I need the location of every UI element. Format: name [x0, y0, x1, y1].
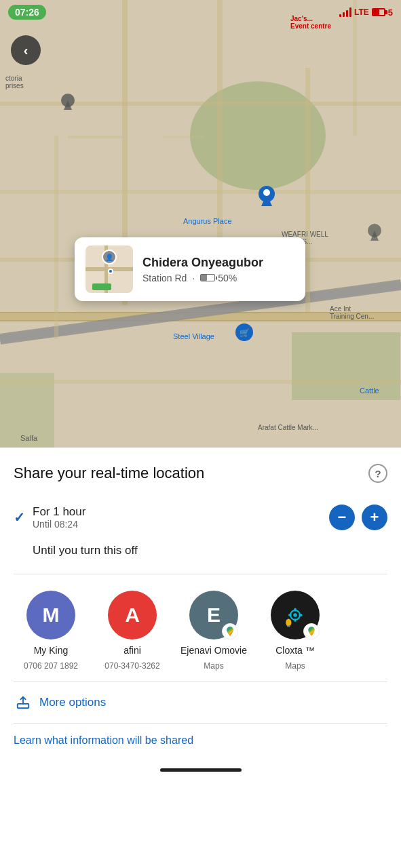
checkmark-icon: ✓ [14, 510, 25, 525]
contacts-row: M My King 0706 207 1892 A afini 070-3470… [14, 585, 387, 682]
map-label-steel: Steel Village [173, 332, 214, 340]
bottom-panel: Share your real-time location ? ✓ For 1 … [0, 448, 401, 868]
contact-avatar-my-king: M [26, 591, 75, 639]
contact-name-my-king: My King [34, 645, 69, 656]
svg-rect-12 [54, 136, 58, 339]
home-indicator [14, 757, 387, 777]
map-label-angurus: Angurus Place [183, 217, 232, 225]
contact-avatar-afini: A [108, 591, 157, 639]
map-area: 🛒 Angurus Place WEAFRI WELLRVICES... Ste… [0, 0, 401, 448]
svg-rect-17 [0, 380, 401, 384]
duration-sublabel-hour: Until 08:24 [33, 519, 329, 530]
contact-initial-my-king: M [43, 604, 60, 627]
card-battery-percent: 50% [218, 273, 237, 283]
svg-rect-2 [292, 332, 400, 400]
map-label-cattle: Cattle [360, 387, 379, 395]
card-separator: · [192, 273, 195, 283]
contact-subtitle-cloxta: Maps [285, 661, 305, 671]
contact-avatar-cloxta [271, 591, 320, 639]
back-button[interactable]: ‹ [11, 35, 41, 65]
svg-rect-40 [18, 704, 29, 708]
maps-badge-ejenavi [222, 623, 238, 639]
svg-point-38 [286, 619, 291, 627]
share-icon [14, 693, 33, 712]
battery-small-icon [200, 274, 215, 281]
back-arrow-icon: ‹ [24, 43, 28, 57]
status-right: LTE 5 [339, 7, 393, 18]
svg-rect-10 [217, 0, 223, 237]
divider-contacts [14, 574, 387, 574]
contact-subtitle-ejenavi: Maps [204, 661, 223, 671]
duration-controls: − + [329, 505, 387, 530]
svg-point-31 [293, 613, 297, 617]
svg-point-24 [263, 189, 270, 196]
battery-icon [372, 8, 385, 16]
battery-percent: 5 [388, 7, 393, 18]
duration-option-indefinite[interactable]: Until you turn this off [14, 538, 387, 563]
home-bar [160, 768, 242, 772]
status-bar: 07:26 LTE 5 [0, 0, 401, 24]
card-battery: 50% [200, 273, 237, 283]
card-details: Station Rd · 50% [142, 273, 294, 283]
map-label-arafat: Arafat Cattle Mark... [258, 424, 318, 431]
panel-title: Share your real-time location [14, 465, 204, 482]
map-label-victoria: ctoriaprises [5, 75, 24, 90]
contact-phone-my-king: 0706 207 1892 [24, 661, 78, 671]
card-avatar: 👤 [102, 250, 117, 264]
contact-my-king[interactable]: M My King 0706 207 1892 [14, 591, 88, 671]
svg-rect-18 [68, 136, 122, 138]
card-map-thumbnail: 👤 [85, 245, 133, 293]
contact-phone-afini: 070-3470-3262 [104, 661, 159, 671]
increment-button[interactable]: + [362, 505, 387, 530]
more-options-button[interactable]: More options [14, 682, 387, 723]
lte-badge: LTE [354, 7, 369, 17]
maps-badge-cloxta [303, 623, 320, 639]
map-label-salfa: Salfa [20, 434, 37, 442]
card-location-dot [108, 269, 113, 274]
panel-header: Share your real-time location ? [14, 464, 387, 483]
contact-avatar-ejenavi: E [189, 591, 238, 639]
contact-name-ejenavi: Ejenavi Omovie [180, 645, 247, 656]
duration-option-hour[interactable]: ✓ For 1 hour Until 08:24 − + [14, 499, 387, 536]
svg-rect-32 [288, 614, 291, 616]
status-time: 07:26 [8, 5, 46, 20]
svg-rect-19 [163, 136, 204, 138]
duration-label-hour: For 1 hour [33, 505, 329, 519]
duration-label-indefinite: Until you turn this off [33, 544, 138, 557]
more-options-label: More options [39, 696, 106, 709]
location-card[interactable]: 👤 Chidera Onyeagubor Station Rd · 50% [75, 237, 305, 301]
contact-name-afini: afini [123, 645, 141, 656]
svg-rect-15 [0, 190, 401, 194]
duration-check-hour: ✓ [14, 509, 33, 526]
contact-afini[interactable]: A afini 070-3470-3262 [95, 591, 170, 671]
learn-link[interactable]: Learn what information will be shared [14, 734, 193, 746]
contact-ejenavi[interactable]: E [176, 591, 251, 671]
duration-text-hour: For 1 hour Until 08:24 [33, 505, 329, 530]
contact-initial-afini: A [125, 604, 140, 627]
svg-rect-6 [0, 320, 401, 321]
card-info: Chidera Onyeagubor Station Rd · 50% [142, 256, 294, 283]
svg-rect-35 [294, 619, 297, 622]
card-street: Station Rd [142, 273, 187, 283]
help-icon[interactable]: ? [368, 464, 387, 483]
svg-rect-14 [0, 102, 401, 106]
svg-rect-39 [287, 625, 290, 627]
contact-initial-ejenavi: E [207, 604, 221, 627]
learn-link-container[interactable]: Learn what information will be shared [14, 723, 387, 757]
map-label-ace: Ace IntTraining Cen... [330, 305, 374, 320]
signal-bars-icon [339, 7, 351, 17]
svg-text:🛒: 🛒 [240, 328, 250, 338]
card-person-name: Chidera Onyeagubor [142, 256, 294, 270]
decrement-button[interactable]: − [329, 505, 355, 530]
contact-cloxta[interactable]: Cloxta ™ Maps [258, 591, 332, 671]
contact-name-cloxta: Cloxta ™ [275, 645, 315, 656]
